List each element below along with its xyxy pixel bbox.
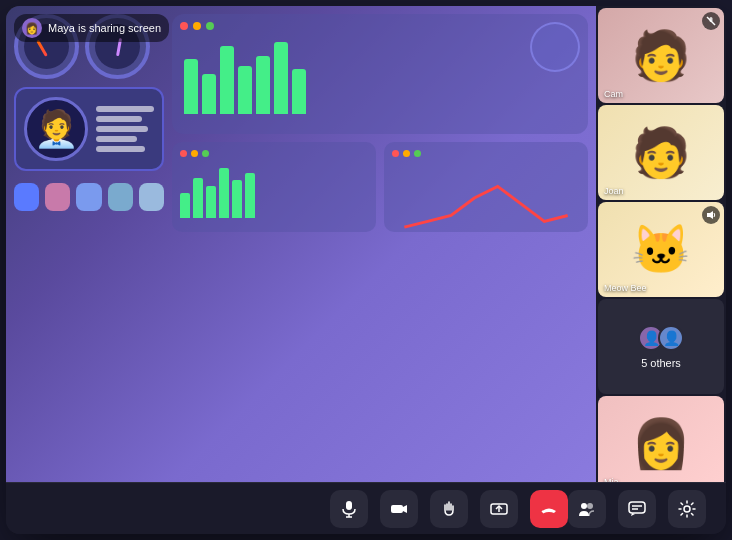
participant-tile-cam[interactable]: 🧑 Cam (598, 8, 724, 103)
share-icon (490, 500, 508, 518)
hand-button[interactable] (430, 490, 468, 528)
bar-5 (256, 56, 270, 114)
mute-badge-cam (702, 12, 720, 30)
btn-5 (139, 183, 164, 211)
others-tile[interactable]: 👤 👤 5 others (598, 299, 724, 394)
text-line-4 (96, 136, 137, 142)
toolbar-center (330, 490, 568, 528)
circle-decoration (530, 22, 580, 72)
line-chart (384, 142, 588, 232)
speaker-badge-meowbee (702, 206, 720, 224)
btn-2 (45, 183, 70, 211)
share-button[interactable] (480, 490, 518, 528)
mini-dot-yellow (191, 150, 198, 157)
participant-name-cam: Cam (604, 89, 623, 99)
sharer-avatar: 👩 (22, 18, 42, 38)
screen-share-area: 👩 Maya is sharing screen (6, 6, 596, 482)
btn-1 (14, 183, 39, 211)
chart-dots (180, 22, 580, 30)
camera-icon (390, 500, 408, 518)
avatar-3d-icon: 🧑‍💼 (34, 108, 79, 150)
text-line-5 (96, 146, 145, 152)
main-area: 👩 Maya is sharing screen (6, 6, 726, 482)
btn-4 (108, 183, 133, 211)
mini-dot-red (180, 150, 187, 157)
mini-bar-4 (219, 168, 229, 218)
svg-marker-7 (403, 505, 407, 513)
mini-bar-6 (245, 173, 255, 218)
participant-name-meowbee: Meow Bee (604, 283, 647, 293)
line-dot-yellow (403, 150, 410, 157)
bar-1 (184, 59, 198, 114)
text-line-3 (96, 126, 148, 132)
participant-tile-joan[interactable]: 🧑 Joan (598, 105, 724, 200)
mic-icon (340, 500, 358, 518)
end-call-button[interactable] (530, 490, 568, 528)
sharing-text: Maya is sharing screen (48, 22, 161, 34)
others-avatars: 👤 👤 (638, 325, 684, 351)
line-dot-red (392, 150, 399, 157)
line-chart-svg (392, 163, 580, 232)
text-lines (96, 106, 154, 152)
mini-bar-2 (193, 178, 203, 218)
text-line-2 (96, 116, 142, 122)
svg-point-12 (587, 503, 593, 509)
mic-button[interactable] (330, 490, 368, 528)
screen-share-bg: 👩 Maya is sharing screen (6, 6, 596, 482)
mini-bars (180, 163, 368, 218)
button-row (14, 183, 164, 211)
right-panel (172, 14, 588, 474)
participant-name-joan: Joan (604, 186, 624, 196)
participant-tile-mia[interactable]: 👩 Mia (598, 396, 724, 482)
mini-bar-1 (180, 193, 190, 218)
bar-2 (202, 74, 216, 114)
svg-point-16 (684, 506, 690, 512)
avatar-circle: 🧑‍💼 (24, 97, 88, 161)
phone-end-icon (540, 500, 558, 518)
participants-panel: 🧑 Cam 🧑 Joan 🐱 (596, 6, 726, 482)
bottom-toolbar (6, 482, 726, 534)
participant-avatar-mia: 👩 (598, 396, 724, 482)
camera-button[interactable] (380, 490, 418, 528)
chat-icon (628, 500, 646, 518)
settings-button[interactable] (668, 490, 706, 528)
bar-4 (238, 66, 252, 114)
settings-icon (678, 500, 696, 518)
sharing-badge: 👩 Maya is sharing screen (14, 14, 169, 42)
dot-red (180, 22, 188, 30)
mini-bar-3 (206, 186, 216, 218)
svg-marker-2 (707, 211, 713, 219)
hand-icon (440, 500, 458, 518)
line-dot-green (414, 150, 421, 157)
svg-rect-13 (629, 502, 645, 513)
chat-button[interactable] (618, 490, 656, 528)
mini-dot-green (202, 150, 209, 157)
svg-rect-1 (710, 17, 713, 22)
bar-3 (220, 46, 234, 114)
bar-7 (292, 69, 306, 114)
participants-icon (578, 500, 596, 518)
svg-rect-6 (391, 505, 403, 513)
mini-bar-5 (232, 180, 242, 218)
mic-muted-icon (706, 16, 716, 26)
speaker-icon (706, 210, 716, 220)
dot-yellow (193, 22, 201, 30)
mini-chart (172, 142, 376, 232)
mini-chart-dots (180, 150, 368, 157)
svg-point-11 (581, 503, 587, 509)
participants-button[interactable] (568, 490, 606, 528)
screen-content: 🧑‍💼 (6, 6, 596, 482)
others-avatar-2: 👤 (658, 325, 684, 351)
bar-6 (274, 42, 288, 114)
bar-chart-area (172, 14, 588, 134)
participant-tile-meowbee[interactable]: 🐱 Meow Bee (598, 202, 724, 297)
small-chart-row (172, 142, 588, 232)
others-label: 5 others (641, 357, 681, 369)
bar-chart (180, 34, 580, 114)
line-chart-dots (392, 150, 580, 157)
participant-name-mia: Mia (604, 477, 619, 482)
left-panel: 🧑‍💼 (14, 14, 164, 474)
text-line-1 (96, 106, 154, 112)
svg-rect-3 (346, 501, 352, 510)
dot-green (206, 22, 214, 30)
